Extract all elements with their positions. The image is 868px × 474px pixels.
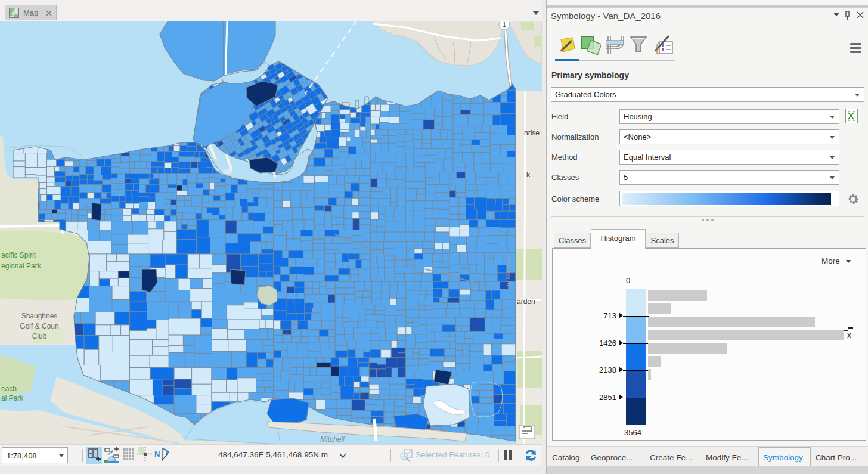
svg-text:Mitchell: Mitchell (320, 435, 345, 444)
svg-text:egional Park: egional Park (1, 262, 42, 270)
svg-text:Shaughnes: Shaughnes (21, 312, 58, 320)
svg-text:Boundary Rd: Boundary Rd (506, 256, 512, 288)
svg-text:Golf & Coun: Golf & Coun (20, 322, 58, 330)
svg-text:Club: Club (32, 332, 47, 340)
svg-text:N: N (154, 450, 160, 458)
svg-text:nrise: nrise (524, 129, 540, 137)
svg-text:acific Spirit: acific Spirit (1, 251, 36, 259)
svg-text:arden: arden (517, 298, 535, 306)
svg-text:k: k (526, 171, 531, 179)
svg-text:1: 1 (503, 21, 506, 28)
svg-text:each: each (1, 385, 17, 393)
svg-text:al Park: al Park (1, 394, 24, 402)
